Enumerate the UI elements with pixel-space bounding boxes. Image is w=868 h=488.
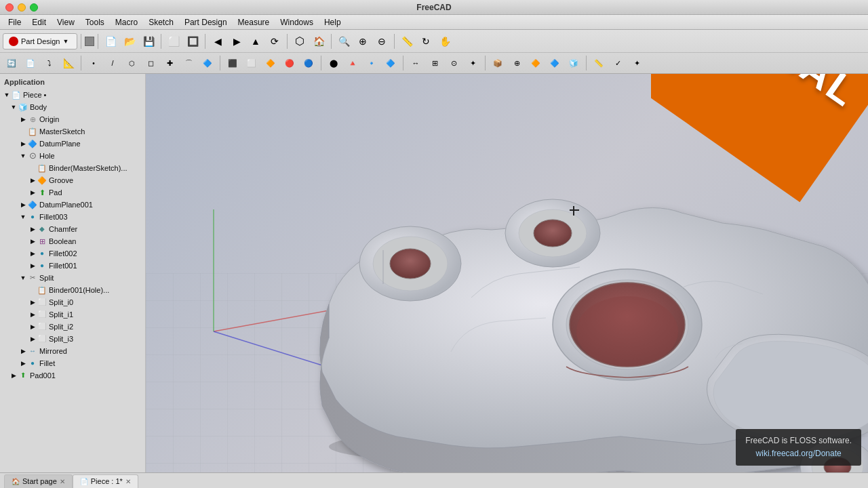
tb2-btn-cross[interactable]: ✚ [161,54,178,72]
tree-item-pad[interactable]: ▶ ⬆ Pad [0,186,145,199]
tree-item-datumplane001[interactable]: ▶ 🔷 DatumPlane001 [0,199,145,211]
window-controls[interactable] [5,3,38,12]
tb2-btn-polar-pattern[interactable]: ⊙ [445,54,462,72]
tree-item-fillet003[interactable]: ▼ ● Fillet003 [0,211,145,223]
viewport[interactable]: TUTORIAL FreeCAD is FLOSS software. wiki… [146,74,868,472]
menu-macro[interactable]: Macro [110,16,143,28]
tb2-btn-draft[interactable]: 🔹 [363,54,380,72]
toolbar-btn-isometric[interactable]: ⬡ [291,33,309,50]
tree-item-body[interactable]: ▼ 🧊 Body [0,101,145,113]
menu-file[interactable]: File [3,16,26,28]
tb2-btn-line[interactable]: / [104,54,121,72]
tb2-btn-multitransform[interactable]: ✦ [464,54,481,72]
tb2-btn-pad[interactable]: ⬛ [224,54,241,72]
tb2-btn-clone[interactable]: 🔶 [527,54,545,72]
titlebar: FreeCAD [0,0,868,15]
tree-item-split-i0[interactable]: ▶ ⬜ Split_i0 [0,296,145,308]
tree-item-split-i2[interactable]: ▶ ⬜ Split_i2 [0,321,145,333]
toolbar-btn-3d-view[interactable]: 🔲 [184,33,201,50]
tb2-btn-boolean[interactable]: ⊕ [508,54,526,72]
toolbar-btn-zoom-fit[interactable]: 🔍 [335,33,353,50]
workbench-selector[interactable]: Part Design ▼ [3,33,77,49]
tb2-btn-polyline[interactable]: ⬡ [123,54,140,72]
tb2-btn-pocket[interactable]: ⬜ [243,54,260,72]
menu-measure[interactable]: Measure [233,16,275,28]
tb2-btn-arc[interactable]: ⌒ [180,54,197,72]
toolbar-btn-pan[interactable]: ✋ [436,33,454,50]
menu-part-design[interactable]: Part Design [179,16,233,28]
menu-windows[interactable]: Windows [275,16,319,28]
tab-piece-close[interactable]: ✕ [125,478,131,485]
menu-help[interactable]: Help [319,16,347,28]
tree-item-origin[interactable]: ▶ ⊕ Origin [0,113,145,125]
toolbar-btn-back[interactable]: ◀ [209,33,226,50]
tree-item-chamfer[interactable]: ▶ ◆ Chamfer [0,223,145,235]
tree-item-datumplane[interactable]: ▶ 🔷 DatumPlane [0,138,145,150]
tb2-btn-section[interactable]: 📦 [489,54,507,72]
toolbar-btn-save[interactable]: 💾 [140,33,157,50]
tb2-btn-point[interactable]: • [85,54,102,72]
arrow-icon: ▶ [28,297,37,308]
menu-view[interactable]: View [52,16,80,28]
tb2-btn-chamfer[interactable]: 🔺 [344,54,361,72]
menu-tools[interactable]: Tools [80,16,110,28]
tree-item-split[interactable]: ▼ ✂ Split [0,272,145,284]
tab-piece[interactable]: 📄 Piece : 1* ✕ [73,474,138,488]
freecad-donate-link[interactable]: wiki.freecad.org/Donate [756,449,842,458]
tb2-btn-datumplane[interactable]: 🔷 [546,54,564,72]
toolbar-btn-refresh[interactable]: ⟳ [266,33,283,50]
tree-item-fillet[interactable]: ▶ ● Fillet [0,357,145,369]
tree-item-fillet001[interactable]: ▶ ● Fillet001 [0,260,145,272]
tb2-btn3[interactable]: ⤵ [41,54,58,72]
tree-item-hole[interactable]: ▼ ⊙ Hole [0,150,145,162]
menu-sketch[interactable]: Sketch [143,16,179,28]
tb2-btn-fillet[interactable]: ⬤ [325,54,342,72]
tb2-btn-wizard[interactable]: ✦ [628,54,646,72]
tb2-btn-revolution[interactable]: 🔶 [262,54,279,72]
maximize-button[interactable] [30,3,38,12]
tree-item-split-i3[interactable]: ▶ ⬜ Split_i3 [0,333,145,345]
tb2-btn-addprim[interactable]: 🔵 [300,54,317,72]
tb2-btn4[interactable]: 📐 [60,54,77,72]
toolbar-btn-zoom-in[interactable]: ⊕ [354,33,372,50]
tree-item-mastersketch[interactable]: ▶ 📋 MasterSketch [0,125,145,138]
tb2-btn-rect[interactable]: ◻ [142,54,159,72]
fillet002-icon: ● [37,248,47,259]
toolbar-btn-zoom-out[interactable]: ⊖ [373,33,391,50]
toolbar-btn-select-box[interactable]: ⬜ [165,33,182,50]
toolbar-btn-new[interactable]: 📄 [102,33,119,50]
tb2-btn-body[interactable]: 🧊 [565,54,583,72]
tree-item-binder[interactable]: ▶ 📋 Binder(MasterSketch)... [0,162,145,174]
tree-item-boolean[interactable]: ▶ ⊞ Boolean [0,235,145,247]
menu-edit[interactable]: Edit [26,16,52,28]
tb2-btn-measure2[interactable]: 📏 [590,54,608,72]
tree-item-split-i1[interactable]: ▶ ⬜ Split_i1 [0,308,145,321]
tree-item-pad001[interactable]: ▶ ⬆ Pad001 [0,369,145,382]
tb2-btn-thickness[interactable]: 🔷 [382,54,399,72]
stop-button[interactable] [85,37,94,46]
tb2-btn-mirror[interactable]: ↔ [407,54,425,72]
tb2-btn-groove[interactable]: 🔴 [281,54,298,72]
toolbar-btn-forward[interactable]: ▶ [228,33,245,50]
split-i3-icon: ⬜ [37,333,47,344]
tree-item-groove[interactable]: ▶ 🔶 Groove [0,174,145,186]
tab-start-page[interactable]: 🏠 Start page ✕ [4,474,73,488]
toolbar-btn-rotate[interactable]: ↻ [417,33,435,50]
tree-item-fillet002[interactable]: ▶ ● Fillet002 [0,247,145,260]
toolbar-btn-up[interactable]: ▲ [247,33,264,50]
tree-item-mirrored[interactable]: ▶ ↔ Mirrored [0,345,145,357]
tb2-btn1[interactable]: 🔄 [3,54,20,72]
toolbar-btn-measure[interactable]: 📏 [398,33,416,50]
close-button[interactable] [5,3,14,12]
tb2-btn2[interactable]: 📄 [22,54,39,72]
tb2-btn-linear-pattern[interactable]: ⊞ [426,54,443,72]
tree-item-binder001[interactable]: ▶ 📋 Binder001(Hole)... [0,284,145,296]
toolbar-btn-view-home[interactable]: 🏠 [310,33,328,50]
separator [403,56,403,70]
minimize-button[interactable] [18,3,26,12]
tb2-btn-shape[interactable]: 🔷 [199,54,216,72]
tab-start-page-close[interactable]: ✕ [60,478,65,485]
tree-item-piece[interactable]: ▼ 📄 Piece • [0,89,145,101]
toolbar-btn-open[interactable]: 📂 [121,33,138,50]
tb2-btn-check[interactable]: ✓ [609,54,627,72]
